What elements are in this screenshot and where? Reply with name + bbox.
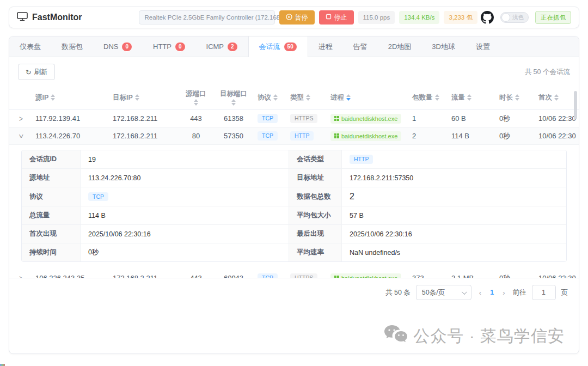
detail-label: 首次出现 bbox=[22, 225, 81, 243]
tab-label: 设置 bbox=[476, 42, 490, 52]
src-port-cell: 80 bbox=[179, 132, 213, 140]
expand-icon[interactable]: > bbox=[15, 274, 27, 278]
dst-port-cell: 60943 bbox=[213, 274, 254, 278]
col-label: 包数量 bbox=[412, 93, 433, 102]
type-badge: HTTP bbox=[290, 131, 314, 141]
tab-label: 数据包 bbox=[62, 42, 83, 52]
table-row-expanded[interactable]: > 113.24.226.70 172.168.2.211 80 57350 T… bbox=[9, 127, 579, 145]
col-protocol[interactable]: 协议 bbox=[254, 91, 287, 105]
col-label: 流量 bbox=[451, 93, 465, 102]
duration-cell: 0秒 bbox=[496, 273, 535, 279]
table-row[interactable]: > 117.92.139.41 172.168.2.211 443 61358 … bbox=[9, 110, 579, 127]
tab-processes[interactable]: 进程 bbox=[308, 36, 343, 57]
first-seen-cell: 10/06 22:30 bbox=[535, 132, 577, 140]
refresh-button[interactable]: ↻ 刷新 bbox=[18, 64, 55, 80]
duration-cell: 0秒 bbox=[496, 131, 535, 141]
first-seen-value: 2025/10/06 22:30:16 bbox=[81, 225, 289, 243]
sort-icon bbox=[554, 94, 559, 101]
tab-dns[interactable]: DNS0 bbox=[93, 36, 143, 57]
detail-label: 目标地址 bbox=[289, 169, 342, 187]
scrollbar[interactable] bbox=[574, 91, 577, 119]
flow-id-value: 19 bbox=[81, 150, 289, 169]
sort-icon bbox=[515, 94, 519, 101]
theme-toggle[interactable]: 浅色 bbox=[500, 12, 529, 23]
current-page[interactable]: 1 bbox=[489, 289, 495, 296]
tab-count-badge: 50 bbox=[284, 42, 297, 52]
traffic-cell: 114 B bbox=[448, 132, 496, 140]
table-row[interactable]: > 106.226.243.35 172.168.2.211 443 60943… bbox=[9, 270, 579, 278]
packets-cell: 373 bbox=[409, 274, 448, 278]
duration-value: 0秒 bbox=[81, 243, 289, 261]
dst-address-value: 172.168.2.211:57350 bbox=[342, 169, 566, 187]
avg-rate-value: NaN undefined/s bbox=[342, 243, 566, 261]
chevron-down-icon bbox=[462, 289, 467, 295]
col-src-ip[interactable]: 源IP bbox=[32, 91, 109, 105]
pause-label: 暂停 bbox=[295, 13, 308, 22]
col-dst-ip[interactable]: 目标IP bbox=[109, 91, 179, 105]
tab-label: 仪表盘 bbox=[20, 42, 41, 52]
process-badge: baidunetdiskhost.exe bbox=[330, 273, 401, 279]
detail-label: 源地址 bbox=[22, 169, 81, 187]
stop-button[interactable]: 停止 bbox=[319, 10, 354, 25]
col-dst-port[interactable]: 目标端口 bbox=[213, 87, 254, 108]
col-traffic[interactable]: 流量 bbox=[448, 91, 496, 105]
detail-label: 最后出现 bbox=[289, 225, 342, 243]
tab-label: 3D地球 bbox=[432, 42, 455, 52]
sort-icon bbox=[231, 99, 236, 106]
col-first-seen[interactable]: 首次 bbox=[535, 91, 577, 105]
tab-count-badge: 0 bbox=[121, 42, 132, 52]
src-ip-cell: 113.24.226.70 bbox=[32, 132, 109, 140]
detail-label: 平均速率 bbox=[289, 243, 342, 261]
theme-toggle-label: 浅色 bbox=[512, 14, 524, 21]
tab-packets[interactable]: 数据包 bbox=[51, 36, 93, 57]
tab-label: 进程 bbox=[318, 42, 333, 52]
github-icon[interactable] bbox=[481, 11, 494, 24]
col-label: 首次 bbox=[538, 93, 552, 102]
tab-count-badge: 0 bbox=[175, 42, 186, 52]
col-duration[interactable]: 时长 bbox=[496, 91, 535, 105]
col-packets[interactable]: 包数量 bbox=[409, 91, 448, 105]
protocol-badge: TCP bbox=[258, 114, 278, 123]
col-src-port[interactable]: 源端口 bbox=[179, 87, 213, 108]
src-port-cell: 443 bbox=[179, 274, 213, 278]
tab-http[interactable]: HTTP0 bbox=[143, 36, 196, 57]
sort-icon bbox=[346, 94, 351, 101]
tab-label: 会话流 bbox=[259, 42, 280, 52]
table-body: > 117.92.139.41 172.168.2.211 443 61358 … bbox=[9, 109, 579, 278]
rate-badge: 134.4 KB/s bbox=[399, 11, 439, 24]
col-process[interactable]: 进程 bbox=[327, 91, 409, 105]
tab-3d-globe[interactable]: 3D地球 bbox=[421, 36, 465, 57]
pps-badge: 115.0 pps bbox=[358, 11, 395, 24]
interface-select[interactable]: Realtek PCIe 2.5GbE Family Controller (1… bbox=[139, 10, 275, 25]
tab-settings[interactable]: 设置 bbox=[465, 36, 500, 57]
collapse-icon[interactable]: > bbox=[16, 132, 26, 140]
col-label: 源端口 bbox=[186, 89, 206, 99]
pause-button[interactable]: 暂停 bbox=[279, 10, 315, 25]
next-page-icon[interactable]: › bbox=[500, 289, 507, 297]
tab-alerts[interactable]: 告警 bbox=[343, 36, 378, 57]
col-label: 目标端口 bbox=[220, 89, 247, 99]
expand-icon[interactable]: > bbox=[15, 114, 27, 123]
sort-icon bbox=[135, 94, 139, 101]
page-size-select[interactable]: 50条/页 bbox=[416, 285, 471, 300]
traffic-cell: 60 B bbox=[448, 114, 496, 123]
sort-icon bbox=[435, 94, 439, 101]
app-icon bbox=[334, 116, 339, 121]
tab-flows[interactable]: 会话流50 bbox=[248, 36, 308, 57]
page-unit-label: 页 bbox=[561, 288, 568, 297]
tab-dashboard[interactable]: 仪表盘 bbox=[9, 36, 51, 57]
col-label: 源IP bbox=[35, 93, 48, 102]
sort-icon bbox=[194, 99, 198, 106]
stop-label: 停止 bbox=[334, 13, 347, 22]
prev-page-icon[interactable]: ‹ bbox=[477, 289, 483, 297]
tab-2d-map[interactable]: 2D地图 bbox=[378, 36, 422, 57]
tab-bar: 仪表盘 数据包 DNS0 HTTP0 ICMP2 会话流50 进程 告警 2D地… bbox=[9, 36, 579, 57]
detail-label: 总流量 bbox=[22, 206, 81, 225]
tab-icmp[interactable]: ICMP2 bbox=[196, 36, 248, 57]
col-type[interactable]: 类型 bbox=[287, 91, 327, 105]
toggle-knob-icon bbox=[501, 13, 510, 22]
goto-page-input[interactable] bbox=[532, 285, 556, 300]
pause-icon bbox=[286, 14, 292, 22]
last-seen-value: 2025/10/06 22:30:16 bbox=[342, 225, 566, 243]
stop-icon bbox=[326, 14, 332, 21]
